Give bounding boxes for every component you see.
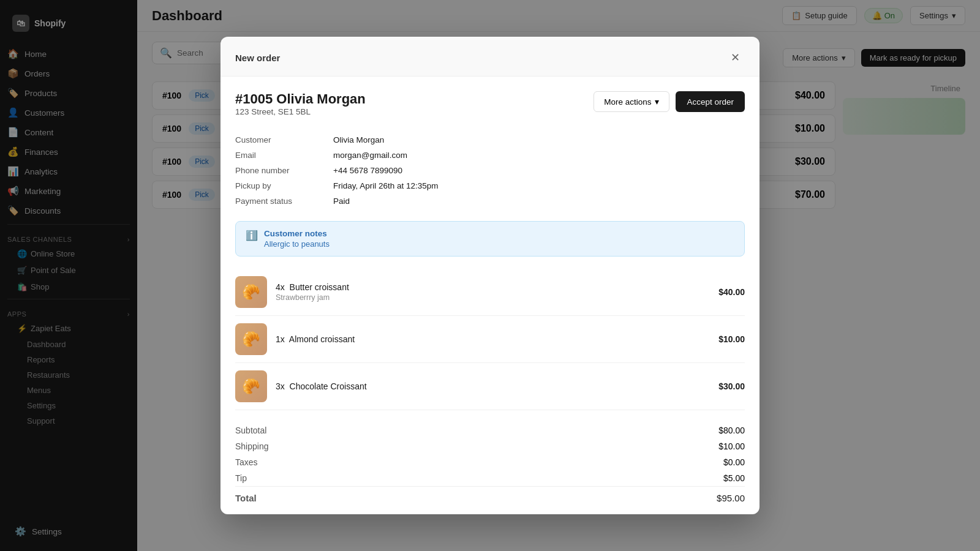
totals-row: Shipping$10.00 — [235, 438, 745, 454]
item-image: 🥐 — [235, 370, 267, 402]
totals-label: Subtotal — [235, 422, 512, 438]
totals-value: $10.00 — [512, 438, 745, 454]
accept-order-button[interactable]: Accept order — [676, 91, 745, 112]
item-info: 3x Chocolate Croissant — [276, 381, 710, 391]
info-row: Pickup byFriday, April 26th at 12:35pm — [235, 178, 745, 193]
field-value: Paid — [333, 193, 745, 209]
modal-customer-name: Olivia Morgan — [276, 91, 365, 107]
field-label: Customer — [235, 132, 333, 148]
field-label: Phone number — [235, 163, 333, 178]
order-header-row: #1005 Olivia Morgan 123 Street, SE1 5BL … — [235, 91, 745, 129]
item-image: 🥐 — [235, 323, 267, 355]
item-price: $10.00 — [718, 334, 745, 344]
item-name: 1x Almond croissant — [276, 334, 710, 344]
modal-title: New order — [235, 53, 280, 63]
order-item: 🥐 1x Almond croissant $10.00 — [235, 316, 745, 363]
totals-row: Subtotal$80.00 — [235, 422, 745, 438]
item-name: 4x Butter croissant — [276, 282, 710, 292]
modal-body: #1005 Olivia Morgan 123 Street, SE1 5BL … — [221, 77, 760, 514]
field-value: +44 5678 7899090 — [333, 163, 745, 178]
field-label: Payment status — [235, 193, 333, 209]
info-row: CustomerOlivia Morgan — [235, 132, 745, 148]
order-info-table: CustomerOlivia MorganEmailmorgan@gmail.c… — [235, 132, 745, 209]
totals-row: Tip$5.00 — [235, 470, 745, 487]
info-row: Emailmorgan@gmail.com — [235, 148, 745, 163]
modal-close-button[interactable]: ✕ — [725, 48, 745, 67]
totals-label: Shipping — [235, 438, 512, 454]
item-sub: Strawberrry jam — [276, 293, 710, 302]
notes-title: Customer notes — [264, 229, 330, 238]
order-items-container: 🥐 4x Butter croissant Strawberrry jam $4… — [235, 269, 745, 410]
totals-row: Taxes$0.00 — [235, 454, 745, 470]
totals-label: Tip — [235, 470, 512, 487]
totals-label: Taxes — [235, 454, 512, 470]
order-actions: More actions ▾ Accept order — [594, 91, 745, 112]
info-icon: ℹ️ — [246, 230, 258, 241]
field-label: Email — [235, 148, 333, 163]
totals-value: $80.00 — [512, 422, 745, 438]
totals-value: $0.00 — [512, 454, 745, 470]
item-image: 🥐 — [235, 276, 267, 308]
customer-notes: ℹ️ Customer notes Allergic to peanuts — [235, 221, 745, 257]
order-modal: New order ✕ #1005 Olivia Morgan 123 Stre… — [221, 37, 760, 514]
totals-value: $5.00 — [512, 470, 745, 487]
item-name: 3x Chocolate Croissant — [276, 381, 710, 391]
info-row: Payment statusPaid — [235, 193, 745, 209]
item-price: $30.00 — [718, 381, 745, 391]
field-value: Friday, April 26th at 12:35pm — [333, 178, 745, 193]
item-info: 4x Butter croissant Strawberrry jam — [276, 282, 710, 302]
order-item: 🥐 4x Butter croissant Strawberrry jam $4… — [235, 269, 745, 316]
total-value: $95.00 — [512, 487, 745, 507]
total-label: Total — [235, 487, 512, 507]
totals-table: Subtotal$80.00Shipping$10.00Taxes$0.00Ti… — [235, 422, 745, 506]
field-value: morgan@gmail.com — [333, 148, 745, 163]
chevron-down-icon-modal: ▾ — [655, 97, 659, 107]
order-number: #1005 — [235, 91, 273, 107]
info-row: Phone number+44 5678 7899090 — [235, 163, 745, 178]
field-value: Olivia Morgan — [333, 132, 745, 148]
more-actions-button[interactable]: More actions ▾ — [594, 91, 669, 112]
order-item: 🥐 3x Chocolate Croissant $30.00 — [235, 363, 745, 410]
order-number-name: #1005 Olivia Morgan — [235, 91, 366, 107]
order-address: 123 Street, SE1 5BL — [235, 107, 366, 116]
item-info: 1x Almond croissant — [276, 334, 710, 344]
modal-overlay[interactable]: New order ✕ #1005 Olivia Morgan 123 Stre… — [0, 0, 980, 551]
notes-text: Allergic to peanuts — [264, 239, 330, 249]
field-label: Pickup by — [235, 178, 333, 193]
item-price: $40.00 — [718, 287, 745, 297]
total-row: Total $95.00 — [235, 487, 745, 507]
modal-header: New order ✕ — [221, 37, 760, 77]
